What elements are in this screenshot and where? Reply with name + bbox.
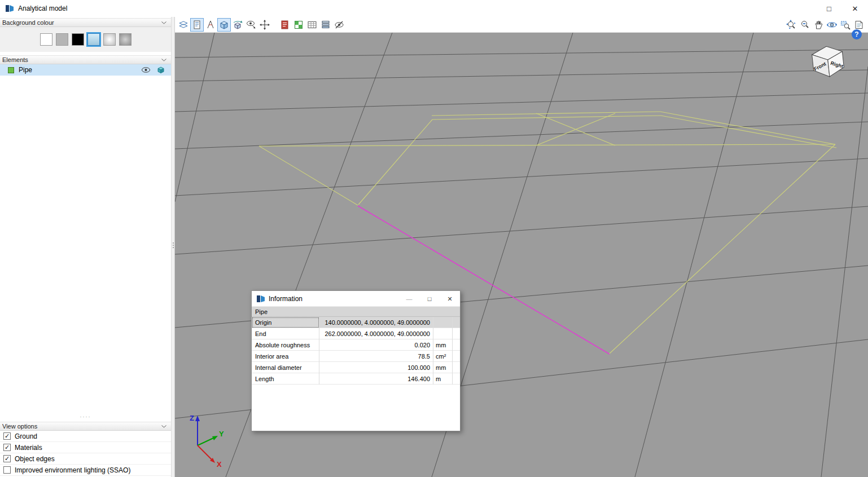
app-icon xyxy=(5,4,14,15)
property-unit xyxy=(433,317,453,328)
option-label: Object edges xyxy=(15,455,55,463)
move-tool-button[interactable] xyxy=(258,18,271,32)
visibility-cursor-button[interactable] xyxy=(244,18,258,32)
property-unit: mm xyxy=(433,339,453,351)
table-row-end[interactable]: End 262.0000000, 4.0000000, 49.0000000 xyxy=(252,328,460,339)
swatch-dark-gradient[interactable] xyxy=(119,33,131,46)
orbit-cube-button[interactable] xyxy=(231,18,244,32)
layer-stack-icon xyxy=(320,19,331,30)
option-label: Improved environment lighting (SSAO) xyxy=(15,466,130,474)
shaded-view-button[interactable] xyxy=(217,18,231,32)
swatch-black[interactable] xyxy=(72,33,84,46)
visibility-cursor-icon xyxy=(246,19,257,30)
x-axis-label: X xyxy=(217,460,222,468)
option-materials[interactable]: ✓ Materials xyxy=(0,442,171,453)
swatch-white[interactable] xyxy=(40,33,52,46)
ground-checkbox[interactable]: ✓ xyxy=(3,432,11,440)
move-icon xyxy=(259,19,270,30)
table-row-origin[interactable]: Origin 140.0000000, 4.0000000, 49.000000… xyxy=(252,317,460,328)
clip-planes-button[interactable] xyxy=(177,18,190,32)
axes-triad: Z Y X xyxy=(182,412,233,468)
guide-book-icon xyxy=(853,19,865,30)
elements-title: Elements xyxy=(2,56,28,63)
property-unit: m xyxy=(433,373,453,385)
dialog-minimize-button[interactable]: — xyxy=(399,291,419,307)
view-options-header[interactable]: View options xyxy=(0,422,171,431)
option-ssao[interactable]: Improved environment lighting (SSAO) xyxy=(0,465,171,476)
report-icon xyxy=(279,19,291,30)
close-button[interactable]: ✕ xyxy=(842,0,868,17)
orbit-cube-icon xyxy=(232,19,243,30)
dialog-element-header: Pipe xyxy=(252,307,460,317)
elements-header[interactable]: Elements xyxy=(0,55,171,64)
background-colour-header[interactable]: Background colour xyxy=(0,18,171,27)
visibility-eye-icon[interactable] xyxy=(141,66,151,74)
window-title: Analytical model xyxy=(18,5,67,12)
property-label[interactable]: Absolute roughness xyxy=(252,339,319,351)
swatch-grey[interactable] xyxy=(56,33,68,46)
maximize-button[interactable]: □ xyxy=(816,0,842,17)
property-label[interactable]: Internal diameter xyxy=(252,362,319,373)
dialog-maximize-button[interactable]: □ xyxy=(419,291,440,307)
option-label: Ground xyxy=(15,432,37,440)
data-table-icon xyxy=(306,19,318,30)
property-label[interactable]: Length xyxy=(252,373,319,385)
hide-elements-button[interactable] xyxy=(332,18,346,32)
zoom-window-icon xyxy=(840,19,851,30)
dialog-title: Information xyxy=(269,295,303,303)
swatch-light-blue[interactable] xyxy=(87,33,100,46)
property-label[interactable]: Interior area xyxy=(252,351,319,362)
table-row-interior-area[interactable]: Interior area 78.5 cm² xyxy=(252,351,460,362)
main-titlebar[interactable]: Analytical model □ ✕ xyxy=(0,0,868,17)
pan-hand-icon xyxy=(813,19,824,30)
horizontal-splitter[interactable]: ···· xyxy=(0,414,171,419)
option-object-edges[interactable]: ✓ Object edges xyxy=(0,453,171,465)
property-unit: mm xyxy=(433,362,453,373)
zoom-out-button[interactable] xyxy=(798,18,812,32)
information-dialog-titlebar[interactable]: Information — □ ✕ xyxy=(252,291,460,307)
dialog-close-button[interactable]: ✕ xyxy=(440,291,460,307)
property-unit: cm² xyxy=(433,351,453,362)
zoom-window-button[interactable] xyxy=(839,18,852,32)
table-row-length[interactable]: Length 146.400 m xyxy=(252,373,460,385)
report-button[interactable] xyxy=(278,18,292,32)
app-icon xyxy=(256,294,265,305)
table-row-internal-diameter[interactable]: Internal diameter 100.000 mm xyxy=(252,362,460,373)
element-row-pipe[interactable]: Pipe xyxy=(0,64,171,76)
view-options-list: ✓ Ground ✓ Materials ✓ Object edges Impr… xyxy=(0,431,171,476)
measure-angle-icon xyxy=(205,19,216,30)
pan-hand-button[interactable] xyxy=(812,18,825,32)
option-ground[interactable]: ✓ Ground xyxy=(0,431,171,442)
element-properties-cube-icon[interactable] xyxy=(156,65,165,74)
drawing-sheet-button[interactable] xyxy=(190,18,204,32)
property-label[interactable]: Origin xyxy=(252,317,319,328)
object-edges-checkbox[interactable]: ✓ xyxy=(3,455,11,462)
viewport-toolbar xyxy=(175,17,868,33)
materials-checkbox[interactable]: ✓ xyxy=(3,444,11,451)
option-label: Materials xyxy=(15,444,42,452)
view-options-title: View options xyxy=(2,423,37,430)
materials-view-button[interactable] xyxy=(292,18,305,32)
property-value: 140.0000000, 4.0000000, 49.0000000 xyxy=(319,317,433,328)
drawing-sheet-icon xyxy=(191,19,203,30)
property-value: 262.0000000, 4.0000000, 49.0000000 xyxy=(319,328,433,339)
help-icon[interactable]: ? xyxy=(852,29,862,39)
layer-stack-button[interactable] xyxy=(319,18,332,32)
zoom-extents-button[interactable] xyxy=(784,18,798,32)
y-axis-label: Y xyxy=(219,430,224,438)
panel-splitter[interactable] xyxy=(171,17,175,477)
measure-angle-button[interactable] xyxy=(204,18,217,32)
orbit-button[interactable] xyxy=(825,18,839,32)
table-row-absolute-roughness[interactable]: Absolute roughness 0.020 mm xyxy=(252,339,460,351)
left-panel: Background colour Elements Pipe xyxy=(0,17,171,477)
background-colour-title: Background colour xyxy=(2,19,54,26)
property-value: 0.020 xyxy=(319,339,433,351)
property-label[interactable]: End xyxy=(252,328,319,339)
view-cube[interactable]: Front Right xyxy=(804,36,853,86)
eye-slash-icon xyxy=(334,19,345,30)
data-table-button[interactable] xyxy=(305,18,319,32)
zoom-extents-icon xyxy=(786,19,797,30)
swatch-grey-gradient[interactable] xyxy=(103,33,116,46)
element-color-swatch[interactable] xyxy=(8,67,14,73)
ssao-checkbox[interactable] xyxy=(3,466,11,474)
